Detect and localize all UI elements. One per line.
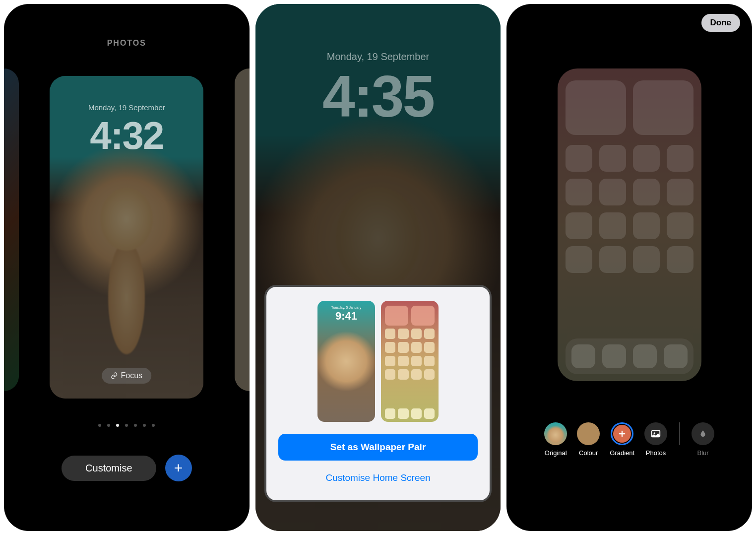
option-label: Original (545, 449, 567, 457)
current-wallpaper-card[interactable]: Monday, 19 September 4:32 Focus (50, 76, 203, 399)
wallpaper-pair-sheet: Tuesday, 5 January 9:41 Set as Wallpaper… (264, 285, 492, 502)
option-gradient[interactable]: Gradient (610, 422, 634, 457)
option-label: Photos (646, 449, 666, 457)
set-as-pair-button[interactable]: Set as Wallpaper Pair (278, 434, 478, 461)
focus-pill[interactable]: Focus (102, 368, 152, 384)
blur-icon (692, 422, 714, 445)
done-button[interactable]: Done (701, 14, 741, 32)
colour-swatch-icon (577, 422, 600, 445)
screen-customise-home-screen: Done Original Colour Gradient Photo (506, 4, 752, 531)
option-blur[interactable]: Blur (692, 422, 714, 457)
toolbar-divider (679, 422, 680, 445)
homescreen-preview (558, 68, 701, 381)
option-label: Blur (697, 449, 709, 457)
lockscreen-time: 4:32 (50, 113, 203, 158)
photos-icon (644, 422, 667, 445)
bottom-toolbar: Customise + (4, 455, 250, 481)
homescreen-thumbnail (381, 301, 439, 422)
thumb-date: Tuesday, 5 January (317, 306, 375, 309)
app-icon-placeholder (566, 145, 592, 172)
option-colour[interactable]: Colour (577, 422, 600, 457)
lockscreen-time: 4:35 (255, 63, 501, 130)
widget-placeholder (633, 80, 693, 135)
customise-home-screen-button[interactable]: Customise Home Screen (278, 466, 478, 490)
page-indicator (4, 424, 250, 427)
customise-button[interactable]: Customise (62, 456, 156, 481)
option-original[interactable]: Original (544, 422, 567, 457)
plus-icon: + (174, 460, 183, 476)
gallery-category-title: PHOTOS (4, 39, 250, 48)
lockscreen-date: Monday, 19 September (255, 51, 501, 63)
lockscreen-thumbnail: Tuesday, 5 January 9:41 (317, 301, 375, 422)
option-photos[interactable]: Photos (644, 422, 667, 457)
thumb-time: 9:41 (317, 310, 375, 323)
option-label: Gradient (610, 449, 634, 457)
svg-point-1 (654, 432, 656, 434)
original-thumbnail-icon (544, 422, 567, 445)
screen-lockscreen-gallery: PHOTOS Monday, 19 September 4:32 Focus C… (4, 4, 250, 531)
lockscreen-date: Monday, 19 September (50, 103, 203, 112)
plus-icon (618, 429, 627, 438)
widget-placeholder (566, 80, 626, 135)
gradient-swatch-icon (611, 422, 633, 445)
background-style-toolbar: Original Colour Gradient Photos Blur (506, 422, 752, 457)
focus-label: Focus (121, 371, 143, 380)
dock (566, 338, 693, 374)
wallpaper-stage: Monday, 19 September 4:32 Focus (4, 68, 250, 406)
link-icon (111, 372, 118, 379)
pair-previews: Tuesday, 5 January 9:41 (278, 301, 478, 422)
option-label: Colour (579, 449, 598, 457)
screen-set-wallpaper-dialog: Monday, 19 September 4:35 Tuesday, 5 Jan… (255, 4, 501, 531)
add-wallpaper-button[interactable]: + (165, 455, 192, 481)
